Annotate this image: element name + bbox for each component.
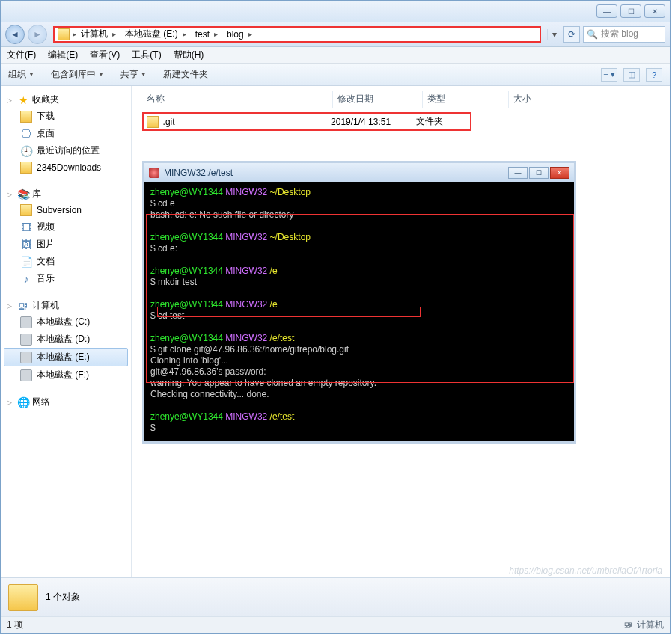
folder-icon [147,116,159,128]
watermark: https://blog.csdn.net/umbrellaOfArtoria [509,565,662,576]
sidebar-network[interactable]: ▷🌐网络 [4,394,128,410]
terminal-title: MINGW32:/e/test [164,168,233,178]
sidebar-item-disk-c[interactable]: 本地磁盘 (C:) [4,313,128,331]
folder-icon [20,204,32,216]
disk-icon [20,369,32,381]
menu-edit[interactable]: 编辑(E) [48,49,78,61]
sidebar-item-recent[interactable]: 🕘最近访问的位置 [4,142,128,159]
terminal-icon [149,168,159,178]
sidebar-item-video[interactable]: 🎞视频 [4,218,128,236]
status-items: 1 项 [7,619,23,631]
recent-icon: 🕘 [20,145,32,157]
share-button[interactable]: 共享▼ [120,68,147,81]
maximize-button[interactable]: ☐ [620,4,641,18]
col-size[interactable]: 大小 [509,91,659,108]
col-date[interactable]: 修改日期 [333,91,423,108]
terminal-titlebar[interactable]: MINGW32:/e/test — ☐ ✕ [144,163,574,182]
breadcrumb-seg[interactable]: test▸ [191,29,222,40]
status-computer-label: 计算机 [637,619,664,631]
folder-icon [20,162,32,174]
window-titlebar: — ☐ ✕ [1,1,670,22]
disk-icon [20,334,32,346]
video-icon: 🎞 [20,221,32,233]
back-button[interactable]: ◄ [5,25,25,44]
breadcrumb[interactable]: ▸ 计算机▸ 本地磁盘 (E:)▸ test▸ blog▸ [53,26,541,43]
status-bar-2: 1 项 🖳 计算机 [1,616,670,633]
content-area: 名称 修改日期 类型 大小 .git 2019/1/4 13:51 文件夹 MI… [132,86,670,577]
folder-icon [58,28,70,40]
terminal-window: MINGW32:/e/test — ☐ ✕ zhenye@WY1344 MING… [142,161,576,444]
search-input[interactable]: 🔍搜索 blog [583,26,665,43]
folder-icon [20,111,32,123]
sidebar-item-docs[interactable]: 📄文档 [4,253,128,270]
file-date: 2019/1/4 13:51 [331,117,416,127]
sidebar-favorites[interactable]: ▷★收藏夹 [4,92,128,108]
forward-button[interactable]: ► [28,25,47,44]
desktop-icon: 🖵 [20,128,32,140]
col-name[interactable]: 名称 [142,91,333,108]
sidebar-libraries[interactable]: ▷📚库 [4,186,128,202]
status-count: 1 个对象 [46,591,80,604]
sidebar-computer[interactable]: ▷🖳计算机 [4,298,128,313]
breadcrumb-seg[interactable]: blog▸ [222,29,257,40]
file-type: 文件夹 [416,115,467,128]
sidebar-item-disk-e[interactable]: 本地磁盘 (E:) [4,348,128,366]
terminal-close-button[interactable]: ✕ [550,167,569,179]
new-folder-button[interactable]: 新建文件夹 [163,68,208,81]
disk-icon [20,352,32,363]
sidebar-item-desktop[interactable]: 🖵桌面 [4,125,128,142]
computer-icon: 🖳 [623,620,632,631]
disk-icon [20,316,32,328]
library-icon: 📚 [17,188,29,200]
breadcrumb-seg[interactable]: 本地磁盘 (E:)▸ [120,28,191,40]
folder-icon [8,584,38,611]
sidebar-item-2345[interactable]: 2345Downloads [4,159,128,176]
sidebar: ▷★收藏夹 下载 🖵桌面 🕘最近访问的位置 2345Downloads ▷📚库 … [1,86,132,577]
picture-icon: 🖼 [20,239,32,251]
sidebar-item-pictures[interactable]: 🖼图片 [4,236,128,253]
terminal-maximize-button[interactable]: ☐ [529,167,549,179]
menu-file[interactable]: 文件(F) [7,49,36,61]
breadcrumb-dropdown[interactable]: ▾ [547,29,560,40]
network-icon: 🌐 [17,396,29,408]
refresh-button[interactable]: ⟳ [563,26,580,43]
menu-bar: 文件(F) 编辑(E) 查看(V) 工具(T) 帮助(H) [1,47,670,64]
file-name: .git [163,117,332,127]
include-library-button[interactable]: 包含到库中▼ [51,68,104,81]
col-type[interactable]: 类型 [423,91,509,108]
star-icon: ★ [17,94,29,106]
help-button[interactable]: ? [646,68,662,82]
highlight-box [146,214,574,383]
status-bar: 1 个对象 [1,577,670,616]
toolbar: 组织▼ 包含到库中▼ 共享▼ 新建文件夹 ≡ ▾ ◫ ? [1,64,670,86]
terminal-minimize-button[interactable]: — [508,167,528,179]
nav-bar: ◄ ► ▸ 计算机▸ 本地磁盘 (E:)▸ test▸ blog▸ ▾ ⟳ 🔍搜… [1,22,670,47]
menu-help[interactable]: 帮助(H) [174,49,204,61]
terminal-body[interactable]: zhenye@WY1344 MINGW32 ~/Desktop$ cd ebas… [144,182,574,441]
menu-tools[interactable]: 工具(T) [132,49,161,61]
sidebar-item-disk-d[interactable]: 本地磁盘 (D:) [4,331,128,348]
sidebar-item-downloads[interactable]: 下载 [4,108,128,125]
menu-view[interactable]: 查看(V) [90,49,120,61]
file-row-git[interactable]: .git 2019/1/4 13:51 文件夹 [142,112,471,131]
preview-pane-button[interactable]: ◫ [623,68,640,82]
sidebar-item-disk-f[interactable]: 本地磁盘 (F:) [4,366,128,384]
minimize-button[interactable]: — [596,4,617,18]
document-icon: 📄 [20,256,32,268]
view-mode-button[interactable]: ≡ ▾ [601,68,617,82]
column-headers[interactable]: 名称 修改日期 类型 大小 [132,86,670,109]
sidebar-item-music[interactable]: ♪音乐 [4,270,128,287]
organize-button[interactable]: 组织▼ [8,68,34,81]
sidebar-item-subversion[interactable]: Subversion [4,202,128,218]
close-button[interactable]: ✕ [644,4,665,18]
highlight-box [157,307,421,317]
music-icon: ♪ [20,273,32,285]
breadcrumb-seg[interactable]: 计算机▸ [76,28,120,40]
search-icon: 🔍 [587,29,598,40]
computer-icon: 🖳 [17,300,29,312]
